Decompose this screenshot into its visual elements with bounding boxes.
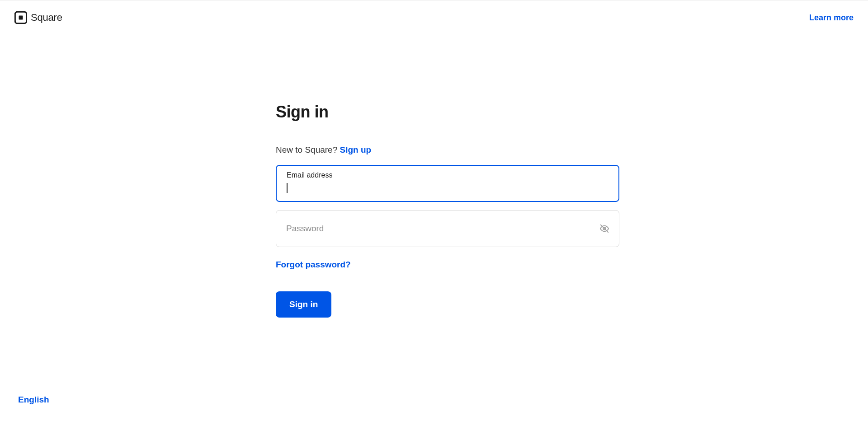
header: Square Learn more: [0, 0, 868, 35]
email-input[interactable]: [287, 182, 609, 192]
learn-more-link[interactable]: Learn more: [809, 13, 854, 23]
logo[interactable]: Square: [14, 11, 62, 24]
language-selector[interactable]: English: [18, 395, 49, 405]
brand-name: Square: [31, 12, 62, 23]
email-label: Email address: [287, 171, 332, 179]
signup-prompt: New to Square? Sign up: [276, 145, 619, 155]
eye-off-icon[interactable]: [599, 223, 610, 234]
signin-button[interactable]: Sign in: [276, 291, 331, 318]
email-field-wrapper[interactable]: Email address: [276, 165, 619, 202]
signup-link[interactable]: Sign up: [340, 145, 372, 154]
signup-prompt-text: New to Square?: [276, 145, 340, 154]
password-field-wrapper[interactable]: Password: [276, 210, 619, 247]
signin-form: Sign in New to Square? Sign up Email add…: [276, 35, 619, 318]
square-logo-icon: [14, 11, 27, 24]
svg-rect-1: [19, 16, 23, 20]
page-title: Sign in: [276, 103, 619, 122]
forgot-password-link[interactable]: Forgot password?: [276, 260, 351, 270]
